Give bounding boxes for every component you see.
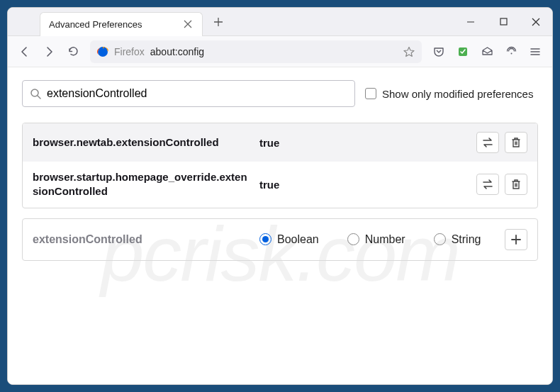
prefs-table: browser.newtab.extensionControlled true … xyxy=(22,123,538,208)
radio-icon[interactable] xyxy=(434,233,446,245)
tab-title: Advanced Preferences xyxy=(49,19,182,30)
inbox-icon[interactable] xyxy=(476,40,498,63)
browser-window: Advanced Preferences xyxy=(7,7,553,385)
firefox-logo-icon xyxy=(97,46,108,57)
close-tab-icon[interactable] xyxy=(182,18,194,30)
radio-label: Boolean xyxy=(277,233,319,246)
add-pref-row: extensionControlled Boolean Number Strin… xyxy=(22,218,538,261)
window-controls xyxy=(454,8,552,36)
menu-button[interactable] xyxy=(524,40,547,63)
show-modified-checkbox[interactable]: Show only modified preferences xyxy=(365,88,533,100)
pref-row: browser.newtab.extensionControlled true xyxy=(23,123,537,162)
radio-icon[interactable] xyxy=(259,233,271,245)
browser-tab[interactable]: Advanced Preferences xyxy=(40,12,203,36)
shield-icon[interactable] xyxy=(500,40,522,63)
back-button[interactable] xyxy=(13,40,36,63)
add-pref-name: extensionControlled xyxy=(33,233,252,246)
row-actions xyxy=(476,174,527,195)
pref-name: browser.newtab.extensionControlled xyxy=(33,135,252,150)
checkbox-label: Show only modified preferences xyxy=(382,88,533,100)
search-icon xyxy=(30,88,41,99)
reload-button[interactable] xyxy=(62,40,84,63)
close-window-button[interactable] xyxy=(520,8,552,36)
pref-value: true xyxy=(259,179,469,191)
delete-button[interactable] xyxy=(505,132,527,153)
maximize-button[interactable] xyxy=(487,8,520,36)
titlebar: Advanced Preferences xyxy=(8,8,552,36)
radio-label: Number xyxy=(365,233,405,246)
minimize-button[interactable] xyxy=(454,8,487,36)
search-box[interactable] xyxy=(22,80,355,107)
page-content: pcrisk.com Show only modified preference… xyxy=(8,67,552,384)
url-bar[interactable]: Firefox about:config xyxy=(90,40,422,63)
extension-icon[interactable] xyxy=(452,40,474,63)
pref-row: browser.startup.homepage_override.extens… xyxy=(23,162,537,208)
add-button[interactable] xyxy=(505,229,527,250)
svg-point-3 xyxy=(510,53,512,55)
type-radios: Boolean Number String xyxy=(259,233,498,246)
pref-name: browser.startup.homepage_override.extens… xyxy=(33,170,252,199)
toggle-button[interactable] xyxy=(476,174,499,195)
toolbar: Firefox about:config xyxy=(8,36,552,67)
new-tab-button[interactable] xyxy=(208,12,228,32)
checkbox-icon[interactable] xyxy=(365,88,376,99)
pref-value: true xyxy=(259,137,469,149)
search-row: Show only modified preferences xyxy=(22,80,538,107)
toggle-button[interactable] xyxy=(476,132,499,153)
pocket-icon[interactable] xyxy=(427,40,450,63)
bookmark-star-icon[interactable] xyxy=(403,46,415,57)
radio-boolean[interactable]: Boolean xyxy=(259,233,319,246)
radio-number[interactable]: Number xyxy=(347,233,405,246)
url-origin-label: Firefox xyxy=(114,46,145,57)
url-text: about:config xyxy=(150,46,398,57)
radio-icon[interactable] xyxy=(347,233,359,245)
row-actions xyxy=(476,132,527,153)
delete-button[interactable] xyxy=(505,174,527,195)
forward-button[interactable] xyxy=(38,40,60,63)
svg-rect-0 xyxy=(500,18,507,25)
search-input[interactable] xyxy=(47,87,347,100)
radio-label: String xyxy=(452,233,481,246)
radio-string[interactable]: String xyxy=(434,233,481,246)
